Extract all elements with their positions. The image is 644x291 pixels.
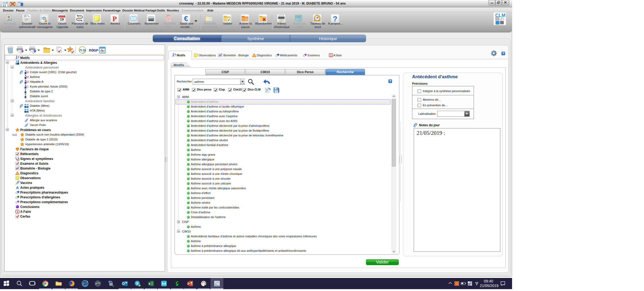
svg-text:1: 1 xyxy=(17,210,18,213)
svg-text:€: € xyxy=(184,15,188,22)
svg-text:TLSi: TLSi xyxy=(79,49,86,52)
svg-text:X: X xyxy=(148,282,151,285)
svg-text:DMP: DMP xyxy=(295,15,301,18)
svg-text:CLM: CLM xyxy=(215,281,219,283)
svg-text:M: M xyxy=(26,80,29,84)
svg-text:ALD: ALD xyxy=(12,133,17,136)
svg-text:?: ? xyxy=(174,53,176,57)
svg-text:C: C xyxy=(26,85,29,89)
svg-text:P: P xyxy=(188,282,190,285)
svg-text:?: ? xyxy=(18,56,19,60)
svg-text:M: M xyxy=(26,75,29,79)
svg-text:ROSP: ROSP xyxy=(89,48,99,52)
svg-text:?: ? xyxy=(333,15,337,22)
svg-text:M: M xyxy=(26,70,29,74)
svg-text:FSE: FSE xyxy=(167,15,170,17)
svg-text:A: A xyxy=(16,185,19,190)
svg-text:1: 1 xyxy=(330,54,332,57)
svg-text:19: 19 xyxy=(60,17,64,21)
svg-text:P: P xyxy=(112,15,117,22)
